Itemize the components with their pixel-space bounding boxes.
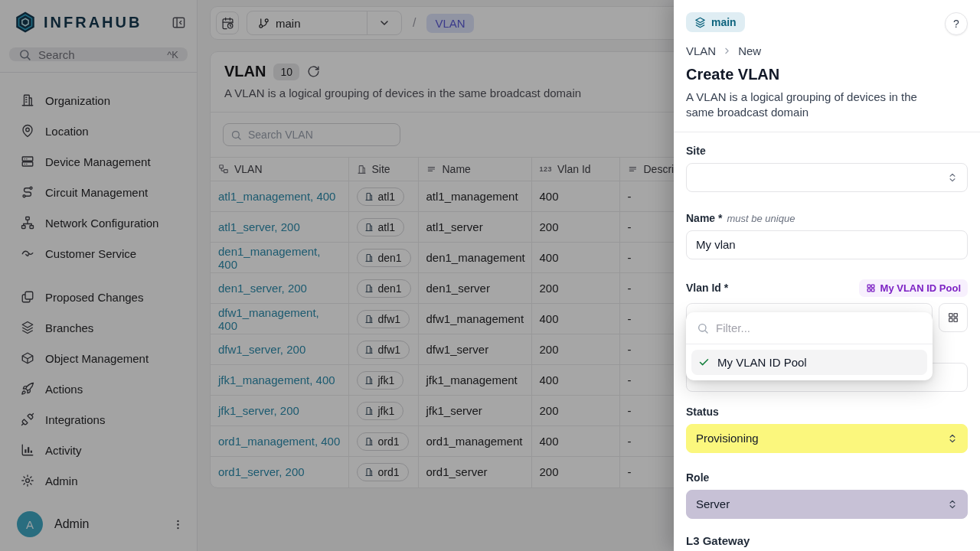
- status-label: Status: [686, 406, 968, 418]
- pool-filter-box[interactable]: [686, 312, 933, 344]
- chevrons-up-down-icon: [947, 433, 958, 444]
- pool-filter-input[interactable]: [716, 321, 922, 334]
- panel-breadcrumb: VLAN New: [686, 44, 968, 57]
- name-hint: must be unique: [727, 213, 795, 224]
- role-select[interactable]: Server: [686, 490, 968, 519]
- chevrons-up-down-icon: [947, 172, 958, 183]
- name-label: Name *must be unique: [686, 212, 968, 224]
- create-vlan-panel: main ? VLAN New Create VLAN A VLAN is a …: [674, 0, 980, 551]
- chevrons-up-down-icon: [947, 499, 958, 510]
- site-select[interactable]: [686, 163, 968, 192]
- breadcrumb-current: New: [738, 44, 761, 57]
- pool-picker-button[interactable]: [939, 303, 968, 332]
- pool-badge[interactable]: My VLAN ID Pool: [859, 279, 968, 297]
- panel-description: A VLAN is a logical grouping of devices …: [686, 90, 946, 121]
- pool-option[interactable]: My VLAN ID Pool: [691, 350, 927, 375]
- layers-icon: [694, 17, 706, 28]
- branch-badge: main: [686, 12, 745, 32]
- pool-dropdown: My VLAN ID Pool: [686, 312, 933, 380]
- site-label: Site: [686, 145, 968, 157]
- vlan-id-label: Vlan Id *: [686, 282, 728, 294]
- l3-gateway-label: L3 Gateway: [686, 534, 968, 547]
- check-icon: [698, 357, 710, 368]
- panel-title: Create VLAN: [686, 66, 968, 83]
- grid-icon: [866, 283, 876, 293]
- name-input[interactable]: [686, 230, 968, 259]
- breadcrumb-parent[interactable]: VLAN: [686, 44, 716, 57]
- chevron-right-icon: [722, 46, 732, 56]
- help-button[interactable]: ?: [945, 12, 968, 35]
- status-select[interactable]: Provisioning: [686, 424, 968, 453]
- search-icon: [697, 322, 709, 334]
- role-label: Role: [686, 471, 968, 484]
- grid-icon: [947, 311, 959, 324]
